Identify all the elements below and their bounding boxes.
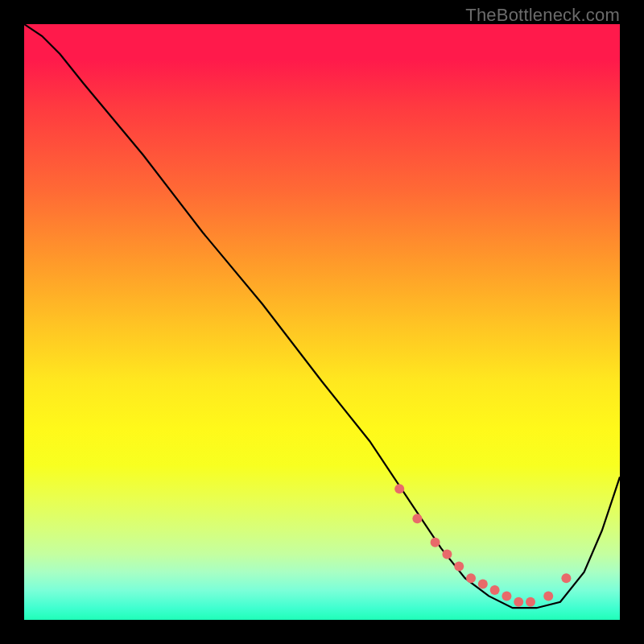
optimal-marker	[478, 580, 488, 589]
optimal-marker-group	[394, 484, 571, 607]
optimal-marker	[561, 573, 571, 583]
optimal-marker	[412, 514, 422, 523]
optimal-marker	[442, 550, 452, 559]
optimal-marker	[514, 597, 523, 607]
optimal-marker	[502, 591, 511, 601]
watermark-text: TheBottleneck.com	[465, 5, 620, 26]
optimal-marker	[454, 561, 464, 571]
optimal-marker	[543, 591, 553, 601]
optimal-marker	[526, 597, 535, 607]
chart-frame: TheBottleneck.com	[0, 0, 644, 644]
plot-area	[24, 24, 620, 620]
curve-layer	[24, 24, 620, 620]
bottleneck-curve	[24, 24, 620, 608]
optimal-marker	[466, 573, 476, 583]
optimal-marker	[431, 538, 440, 547]
optimal-marker	[490, 585, 500, 595]
optimal-marker	[394, 484, 404, 493]
